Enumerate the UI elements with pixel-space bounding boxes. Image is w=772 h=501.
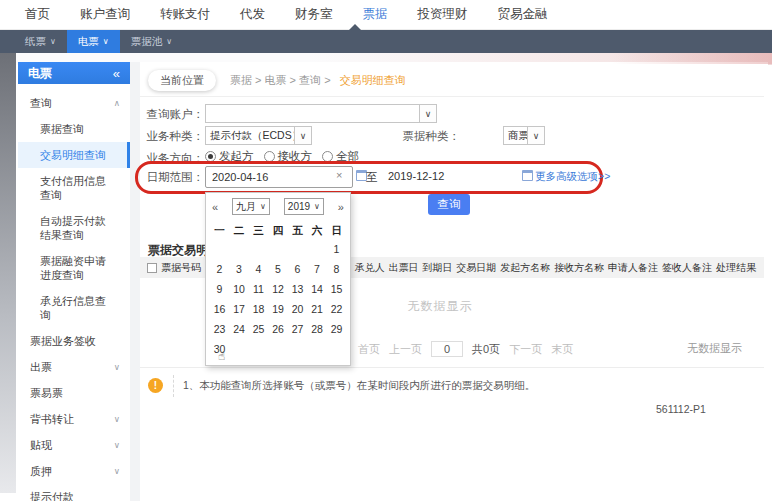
sidebar-item[interactable]: 票据融资申请进度查询	[18, 248, 130, 288]
direction-radio-option[interactable]: 接收方	[264, 149, 313, 164]
calendar-icon[interactable]	[522, 170, 533, 181]
sidebar-item[interactable]: 交易明细查询	[18, 142, 130, 168]
calendar-day[interactable]	[268, 339, 288, 359]
direction-radio-option[interactable]: 全部	[322, 149, 359, 164]
top-nav-item[interactable]: 首页	[25, 6, 50, 23]
date-to-value[interactable]: 2019-12-12	[388, 170, 444, 182]
sidebar-item[interactable]: 票据查询	[18, 116, 130, 142]
calendar-day[interactable]: 12	[268, 279, 288, 299]
radio-icon[interactable]	[322, 151, 333, 162]
prev-page-link[interactable]: 上一页	[389, 342, 422, 357]
calendar-day[interactable]: 1	[327, 239, 347, 259]
calendar-day[interactable]: 2	[210, 259, 230, 279]
prev-month-icon[interactable]: «	[212, 201, 218, 213]
calendar-day[interactable]	[288, 239, 308, 259]
calendar-day[interactable]	[249, 339, 269, 359]
sub-nav-tab[interactable]: 电票 ∨	[67, 30, 120, 53]
sub-nav-tab[interactable]: 纸票 ∨	[14, 30, 67, 53]
top-nav-item[interactable]: 转账支付	[160, 6, 210, 23]
month-select[interactable]: 九月 ∨	[232, 198, 270, 215]
next-page-link[interactable]: 下一页	[509, 342, 542, 357]
calendar-day[interactable]: 15	[327, 279, 347, 299]
calendar-day[interactable]: 6	[288, 259, 308, 279]
calendar-day[interactable]: 16	[210, 299, 230, 319]
collapse-sidebar-icon[interactable]: «	[113, 66, 120, 81]
calendar-day[interactable]: 26	[268, 319, 288, 339]
next-month-icon[interactable]: »	[338, 201, 344, 213]
account-label: 查询账户：	[144, 107, 204, 122]
sidebar-item[interactable]: 质押 ∨	[18, 458, 130, 484]
calendar-day[interactable]: 19	[268, 299, 288, 319]
calendar-day[interactable]: 10	[229, 279, 249, 299]
calendar-day[interactable]: 4	[249, 259, 269, 279]
sidebar-title: 电票	[28, 65, 52, 82]
calendar-day[interactable]: 21	[307, 299, 327, 319]
calendar-day[interactable]	[249, 239, 269, 259]
date-from-input[interactable]	[205, 166, 353, 188]
calendar-day[interactable]	[210, 239, 230, 259]
calendar-day[interactable]: 11	[249, 279, 269, 299]
chevron-down-icon[interactable]: ∨	[527, 127, 544, 144]
calendar-day[interactable]: 25	[249, 319, 269, 339]
top-nav-item[interactable]: 账户查询	[80, 6, 130, 23]
sidebar-item[interactable]: 贴现 ∨	[18, 432, 130, 458]
chevron-down-icon[interactable]: ∨	[294, 127, 311, 144]
calendar-day[interactable]	[327, 339, 347, 359]
direction-radio-option[interactable]: 发起方	[205, 149, 254, 164]
top-nav-item[interactable]: 代发	[240, 6, 265, 23]
clear-date-icon[interactable]: ×	[336, 169, 342, 181]
sidebar-item[interactable]: 支付信用信息查询	[18, 168, 130, 208]
account-select[interactable]: ∨	[205, 104, 437, 123]
sidebar-item[interactable]: 自动提示付款结果查询	[18, 208, 130, 248]
calendar-day[interactable]: 14	[307, 279, 327, 299]
business-type-select[interactable]: 提示付款（ECDS） ∨	[205, 126, 312, 145]
calendar-day[interactable]: 13	[288, 279, 308, 299]
calendar-day[interactable]: 9	[210, 279, 230, 299]
more-options-link[interactable]: 更多高级选项>>	[535, 170, 610, 184]
sidebar-item[interactable]: 票据业务签收	[18, 328, 130, 354]
year-select[interactable]: 2019 ∨	[284, 198, 324, 215]
calendar-day[interactable]: 5	[268, 259, 288, 279]
sidebar-item[interactable]: 背书转让 ∨	[18, 406, 130, 432]
sidebar-item[interactable]: 承兑行信息查询	[18, 288, 130, 328]
calendar-day[interactable]: 24	[229, 319, 249, 339]
radio-icon[interactable]	[264, 151, 275, 162]
first-page-link[interactable]: 首页	[358, 342, 380, 357]
calendar-day[interactable]: 28	[307, 319, 327, 339]
calendar-day[interactable]: 29	[327, 319, 347, 339]
sidebar-item[interactable]: 查询 ∧	[18, 90, 130, 116]
calendar-day[interactable]: 22	[327, 299, 347, 319]
calendar-day[interactable]: 27	[288, 319, 308, 339]
calendar-day[interactable]: 7	[307, 259, 327, 279]
calendar-day[interactable]: 20	[288, 299, 308, 319]
last-page-link[interactable]: 末页	[551, 342, 573, 357]
calendar-day[interactable]: 8	[327, 259, 347, 279]
sidebar-menu: 查询 ∧ 票据查询 交易明细查询 支付信用信息查询	[18, 84, 130, 501]
select-all-checkbox[interactable]	[147, 263, 157, 273]
sidebar-item[interactable]: 提示付款	[18, 484, 130, 501]
calendar-day[interactable]	[268, 239, 288, 259]
sidebar-item[interactable]: 出票 ∨	[18, 354, 130, 380]
page-number-input[interactable]: 0	[431, 341, 463, 357]
sidebar-item-label: 背书转让	[30, 412, 74, 426]
sidebar-item[interactable]: 票易票	[18, 380, 130, 406]
chevron-down-icon[interactable]: ∨	[419, 105, 436, 122]
calendar-day[interactable]: 3	[229, 259, 249, 279]
bill-type-select[interactable]: 商票 ∨	[503, 126, 545, 145]
radio-icon[interactable]	[205, 151, 216, 162]
top-nav-item[interactable]: 投资理财	[418, 6, 468, 23]
calendar-day[interactable]	[307, 339, 327, 359]
calendar-day[interactable]: 23	[210, 319, 230, 339]
calendar-day[interactable]: 18	[249, 299, 269, 319]
top-nav-item[interactable]: 财务室	[295, 6, 333, 23]
calendar-day[interactable]	[307, 239, 327, 259]
sub-nav-tab[interactable]: 票据池 ∨	[120, 30, 183, 53]
calendar-day[interactable]	[229, 239, 249, 259]
calendar-day[interactable]	[229, 339, 249, 359]
top-nav-item[interactable]: 贸易金融	[498, 6, 548, 23]
query-button[interactable]: 查询	[428, 194, 470, 215]
calendar-day[interactable]: 17	[229, 299, 249, 319]
app-window: 首页 账户查询 转账支付 代发 财务室 票据 投资理财 贸易金融 纸票 ∨ 电票…	[0, 0, 772, 501]
top-nav-item[interactable]: 票据	[363, 6, 388, 23]
calendar-day[interactable]	[288, 339, 308, 359]
